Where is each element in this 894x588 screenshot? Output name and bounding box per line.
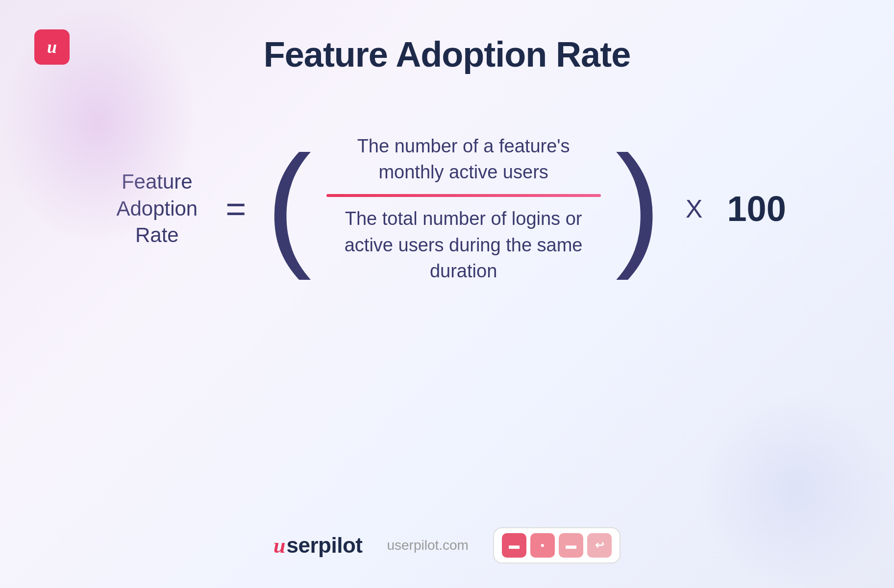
footer: u serpilot userpilot.com ▬ ▪ ▬ ↩ xyxy=(273,527,621,564)
formula-container: Feature Adoption Rate = ( The number of … xyxy=(108,133,786,284)
domain-text: userpilot.com xyxy=(387,538,469,553)
brand-u-letter: u xyxy=(273,533,285,558)
brand-text: serpilot xyxy=(287,533,363,558)
multiplier-value: 100 xyxy=(727,189,786,229)
app-icon-1: ▬ xyxy=(502,533,526,558)
formula-left-label: Feature Adoption Rate xyxy=(108,169,206,249)
fraction-box: The number of a feature's monthly active… xyxy=(326,133,601,284)
page-title: Feature Adoption Rate xyxy=(264,34,630,74)
numerator-text: The number of a feature's monthly active… xyxy=(326,133,601,194)
paren-right: ) xyxy=(616,152,661,255)
equals-sign: = xyxy=(225,189,246,229)
userpilot-logo: u serpilot xyxy=(273,533,362,558)
denominator-text: The total number of logins or active use… xyxy=(326,197,601,284)
app-icon-4: ↩ xyxy=(587,533,612,558)
paren-left: ( xyxy=(266,152,311,255)
app-icons-container: ▬ ▪ ▬ ↩ xyxy=(493,527,621,564)
logo-icon: u xyxy=(34,29,70,65)
multiply-sign: X xyxy=(686,194,703,223)
logo-letter: u xyxy=(47,37,57,57)
app-icon-3: ▬ xyxy=(559,533,583,558)
app-icon-2: ▪ xyxy=(530,533,555,558)
